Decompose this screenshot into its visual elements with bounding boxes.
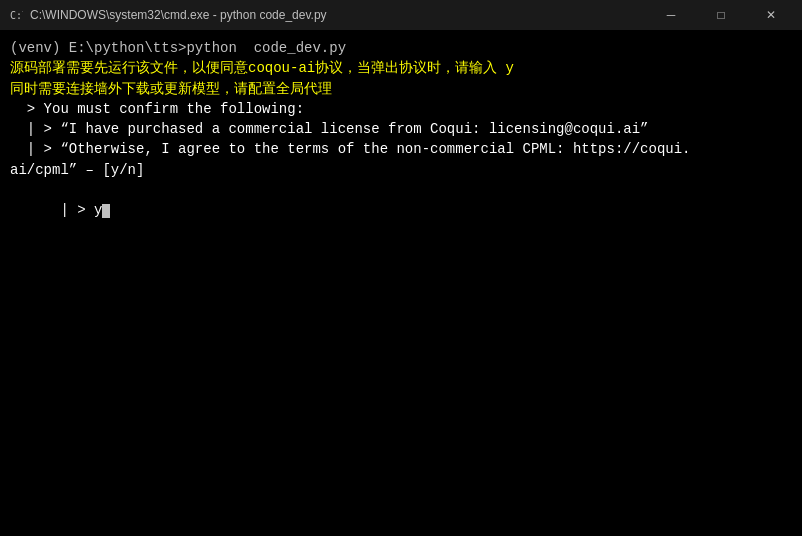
license-line1: | > “I have purchased a commercial licen… <box>10 119 792 139</box>
minimize-button[interactable]: ─ <box>648 0 694 30</box>
prompt-line: (venv) E:\python\tts>python code_dev.py <box>10 38 792 58</box>
terminal-area[interactable]: (venv) E:\python\tts>python code_dev.py … <box>0 30 802 536</box>
input-text: | > y <box>44 202 103 218</box>
cmd-icon: C:\ <box>8 7 24 23</box>
confirm-line: > You must confirm the following: <box>10 99 792 119</box>
info-line1: 源码部署需要先运行该文件，以便同意coqou-ai协议，当弹出协议时，请输入 y <box>10 58 792 78</box>
window-controls: ─ □ ✕ <box>648 0 794 30</box>
title-bar: C:\ C:\WINDOWS\system32\cmd.exe - python… <box>0 0 802 30</box>
input-line: | > y <box>10 180 792 241</box>
maximize-button[interactable]: □ <box>698 0 744 30</box>
close-button[interactable]: ✕ <box>748 0 794 30</box>
info-line2: 同时需要连接墙外下载或更新模型，请配置全局代理 <box>10 79 792 99</box>
license-line2-part2: ai/cpml” – [y/n] <box>10 160 792 180</box>
window-title: C:\WINDOWS\system32\cmd.exe - python cod… <box>30 8 327 22</box>
svg-text:C:\: C:\ <box>10 10 23 21</box>
title-bar-left: C:\ C:\WINDOWS\system32\cmd.exe - python… <box>8 7 327 23</box>
license-line2-part1: | > “Otherwise, I agree to the terms of … <box>10 139 792 159</box>
cursor <box>102 204 110 218</box>
